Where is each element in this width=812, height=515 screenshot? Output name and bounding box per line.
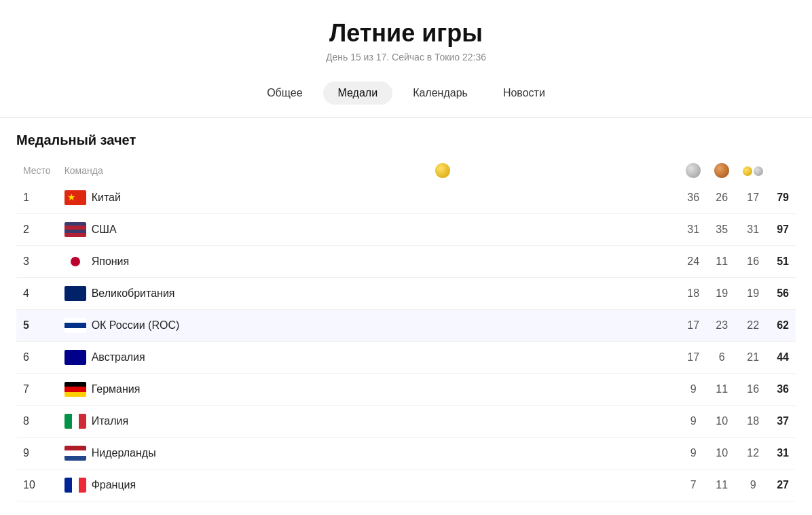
bronze-value: 9 <box>736 469 770 501</box>
gold-value: 9 <box>679 438 707 469</box>
bronze-value: 18 <box>736 406 770 438</box>
col-total <box>736 159 770 182</box>
silver-value: 26 <box>707 182 736 214</box>
flag-roc <box>64 318 86 333</box>
bronze-value: 12 <box>736 438 770 469</box>
gold-value: 24 <box>679 246 707 278</box>
rank-cell: 10 <box>16 469 58 501</box>
total-value: 62 <box>770 310 796 342</box>
content: Медальный зачет Место Команда <box>0 118 812 501</box>
flag-fr <box>64 478 86 493</box>
rank-cell: 1 <box>16 182 58 214</box>
col-place: Место <box>16 159 58 182</box>
silver-value: 10 <box>707 406 736 438</box>
gold-value: 17 <box>679 342 707 374</box>
gold-value: 31 <box>679 214 707 246</box>
table-row: 8Италия9101837 <box>16 406 796 438</box>
nav: Общее Медали Календарь Новости <box>0 69 812 118</box>
country-cell: Франция <box>58 469 207 501</box>
silver-value: 10 <box>707 438 736 469</box>
section-title: Медальный зачет <box>16 132 796 148</box>
rank-cell: 9 <box>16 438 58 469</box>
country-cell: Нидерланды <box>58 438 207 469</box>
total-value: 31 <box>770 438 796 469</box>
flag-au <box>64 350 86 365</box>
country-name: Италия <box>92 415 128 427</box>
country-name: Великобритания <box>92 287 175 300</box>
table-row: 10Франция711927 <box>16 469 796 501</box>
medals-table: Место Команда <box>16 159 796 501</box>
country-name: Япония <box>92 255 130 268</box>
rank-cell: 2 <box>16 214 58 246</box>
rank-cell: 5 <box>16 310 58 342</box>
country-name: Германия <box>92 383 141 395</box>
bronze-value: 16 <box>736 246 770 278</box>
country-cell: Италия <box>58 406 207 438</box>
nav-news[interactable]: Новости <box>488 82 560 105</box>
flag-it <box>64 414 86 429</box>
table-row: 4Великобритания18191956 <box>16 278 796 310</box>
gold-medal-icon <box>435 163 450 178</box>
gold-value: 7 <box>679 469 707 501</box>
col-team: Команда <box>58 159 207 182</box>
bronze-medal-icon <box>714 163 729 178</box>
table-row: 1Китай36261779 <box>16 182 796 214</box>
gold-value: 18 <box>679 278 707 310</box>
country-cell: США <box>58 214 207 246</box>
silver-value: 11 <box>707 374 736 406</box>
rank-cell: 4 <box>16 278 58 310</box>
bronze-value: 21 <box>736 342 770 374</box>
bronze-value: 17 <box>736 182 770 214</box>
gold-value: 9 <box>679 374 707 406</box>
table-row: 2США31353197 <box>16 214 796 246</box>
total-silver-icon <box>754 166 763 176</box>
table-row: 3Япония24111651 <box>16 246 796 278</box>
col-silver <box>679 159 707 182</box>
total-value: 37 <box>770 406 796 438</box>
table-row: 6Австралия1762144 <box>16 342 796 374</box>
flag-nl <box>64 446 86 461</box>
total-value: 56 <box>770 278 796 310</box>
total-value: 36 <box>770 374 796 406</box>
table-row: 5ОК России (ROC)17232262 <box>16 310 796 342</box>
silver-value: 19 <box>707 278 736 310</box>
nav-medals[interactable]: Медали <box>323 82 393 105</box>
country-cell: ОК России (ROC) <box>58 310 207 342</box>
silver-value: 11 <box>707 246 736 278</box>
silver-value: 23 <box>707 310 736 342</box>
country-name: Нидерланды <box>92 447 156 459</box>
col-gold <box>207 159 680 182</box>
total-value: 51 <box>770 246 796 278</box>
rank-cell: 8 <box>16 406 58 438</box>
silver-value: 6 <box>707 342 736 374</box>
flag-gb <box>64 286 86 301</box>
flag-us <box>64 222 86 237</box>
nav-general[interactable]: Общее <box>252 82 317 105</box>
silver-value: 11 <box>707 469 736 501</box>
flag-de <box>64 382 86 397</box>
total-gold-icon <box>743 166 752 176</box>
flag-jp <box>64 254 86 269</box>
subtitle: День 15 из 17. Сейчас в Токио 22:36 <box>0 52 812 63</box>
silver-value: 35 <box>707 214 736 246</box>
country-name: Китай <box>92 192 121 204</box>
country-name: США <box>92 224 117 236</box>
gold-value: 36 <box>679 182 707 214</box>
country-cell: Япония <box>58 246 207 278</box>
bronze-value: 31 <box>736 214 770 246</box>
flag-cn <box>64 190 86 205</box>
silver-medal-icon <box>686 163 701 178</box>
country-cell: Германия <box>58 374 207 406</box>
rank-cell: 6 <box>16 342 58 374</box>
nav-calendar[interactable]: Календарь <box>398 82 483 105</box>
total-value: 97 <box>770 214 796 246</box>
country-name: ОК России (ROC) <box>92 319 180 332</box>
country-cell: Великобритания <box>58 278 207 310</box>
bronze-value: 16 <box>736 374 770 406</box>
header: Летние игры День 15 из 17. Сейчас в Токи… <box>0 0 812 69</box>
country-cell: Австралия <box>58 342 207 374</box>
bronze-value: 22 <box>736 310 770 342</box>
gold-value: 9 <box>679 406 707 438</box>
col-bronze <box>707 159 736 182</box>
table-row: 9Нидерланды9101231 <box>16 438 796 469</box>
